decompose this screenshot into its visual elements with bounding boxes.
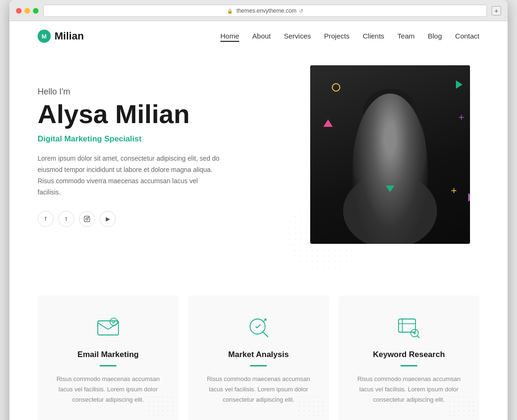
hero-title: Digital Marketing Specialist — [38, 134, 291, 144]
svg-rect-0 — [84, 217, 90, 222]
email-marketing-icon — [95, 314, 121, 341]
deco-arrow-teal — [386, 186, 394, 192]
traffic-lights — [16, 8, 39, 14]
hero-description: Lorem ipsum dolor sit amet, consectetur … — [38, 153, 221, 198]
keyword-research-icon — [396, 314, 422, 341]
browser-chrome: 🔒 themes.envytheme.com ↺ + — [9, 0, 508, 21]
nav-blog[interactable]: Blog — [428, 32, 442, 40]
hero-name: Alysa Milian — [38, 101, 291, 128]
lock-icon: 🔒 — [227, 8, 233, 14]
deco-arrow-right — [456, 80, 462, 89]
deco-circle — [332, 83, 340, 92]
market-divider — [250, 365, 267, 366]
email-divider — [100, 365, 117, 366]
card-dot-decoration — [147, 395, 175, 418]
url-text: themes.envytheme.com — [236, 8, 296, 14]
svg-point-5 — [343, 173, 437, 244]
market-analysis-title: Market Analysis — [228, 350, 289, 359]
social-links: f t ▶ — [38, 211, 291, 227]
service-card-market: Market Analysis Risus commodo maecenas a… — [188, 296, 329, 420]
minimize-button[interactable] — [24, 8, 30, 14]
svg-rect-11 — [399, 319, 415, 332]
nav-home[interactable]: Home — [220, 32, 239, 42]
facebook-button[interactable]: f — [38, 211, 54, 227]
instagram-button[interactable] — [79, 211, 95, 227]
svg-point-2 — [88, 218, 89, 218]
nav-services[interactable]: Services — [284, 32, 311, 40]
svg-rect-8 — [98, 321, 118, 335]
deco-plus-purple: + — [458, 112, 464, 123]
reload-icon[interactable]: ↺ — [299, 8, 303, 14]
logo-letter: M — [42, 33, 47, 40]
deco-arrow-purple — [468, 193, 470, 202]
hero-text: Hello I'm Alysa Milian Digital Marketing… — [38, 87, 310, 227]
service-card-keyword: Keyword Research Risus commodo maecenas … — [338, 296, 479, 420]
email-marketing-desc: Risus commodo maecenas accumsan lacus ve… — [56, 374, 160, 405]
svg-point-3 — [364, 96, 416, 157]
nav-clients[interactable]: Clients — [363, 32, 384, 40]
maximize-button[interactable] — [33, 8, 39, 14]
deco-triangle-pink — [323, 119, 333, 127]
navigation: M Milian Home About Services Projects Cl… — [9, 21, 508, 51]
new-tab-button[interactable]: + — [492, 6, 501, 16]
market-analysis-desc: Risus commodo maecenas accumsan lacus ve… — [207, 374, 310, 405]
services-section: Email Marketing Risus commodo maecenas a… — [9, 277, 508, 420]
youtube-button[interactable]: ▶ — [100, 211, 116, 227]
browser-window: 🔒 themes.envytheme.com ↺ + M Milian Home… — [9, 0, 508, 420]
nav-links: Home About Services Projects Clients Tea… — [220, 32, 479, 40]
card-dot-decoration-3 — [447, 395, 476, 418]
keyword-research-title: Keyword Research — [373, 350, 445, 359]
address-bar[interactable]: 🔒 themes.envytheme.com ↺ — [43, 5, 487, 17]
logo-icon: M — [38, 30, 51, 43]
service-card-email: Email Marketing Risus commodo maecenas a… — [38, 296, 179, 420]
svg-point-6 — [363, 89, 417, 136]
photo-placeholder — [310, 65, 470, 244]
logo[interactable]: M Milian — [38, 30, 84, 43]
hero-photo: + + — [310, 65, 470, 244]
hero-greeting: Hello I'm — [38, 87, 291, 97]
logo-name: Milian — [55, 30, 84, 42]
svg-point-7 — [373, 113, 401, 149]
keyword-research-desc: Risus commodo maecenas accumsan lacus ve… — [357, 374, 461, 405]
market-analysis-icon — [245, 314, 272, 341]
email-marketing-title: Email Marketing — [78, 350, 139, 359]
svg-point-9 — [110, 318, 118, 326]
hero-section: Hello I'm Alysa Milian Digital Marketing… — [9, 51, 508, 277]
nav-projects[interactable]: Projects — [324, 32, 350, 40]
hero-image-area: + + — [310, 65, 479, 249]
svg-point-1 — [86, 218, 88, 220]
close-button[interactable] — [16, 8, 22, 14]
card-dot-decoration-2 — [297, 395, 325, 418]
nav-about[interactable]: About — [252, 32, 271, 40]
page-content: M Milian Home About Services Projects Cl… — [9, 21, 508, 420]
svg-rect-4 — [382, 154, 399, 177]
twitter-button[interactable]: t — [58, 211, 74, 227]
nav-team[interactable]: Team — [398, 32, 415, 40]
keyword-divider — [400, 365, 417, 366]
nav-contact[interactable]: Contact — [455, 32, 479, 40]
deco-plus-yellow: + — [451, 185, 457, 197]
